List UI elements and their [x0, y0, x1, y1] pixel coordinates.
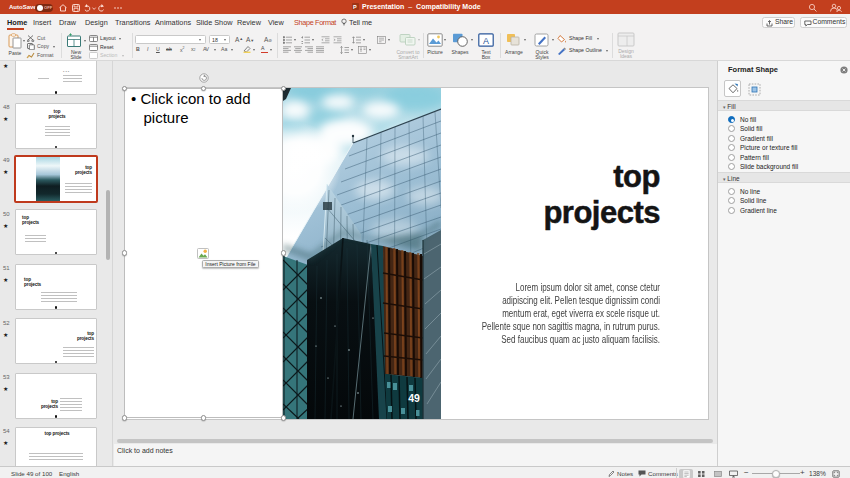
svg-text:49: 49 [408, 392, 420, 404]
svg-text:A: A [483, 35, 489, 45]
